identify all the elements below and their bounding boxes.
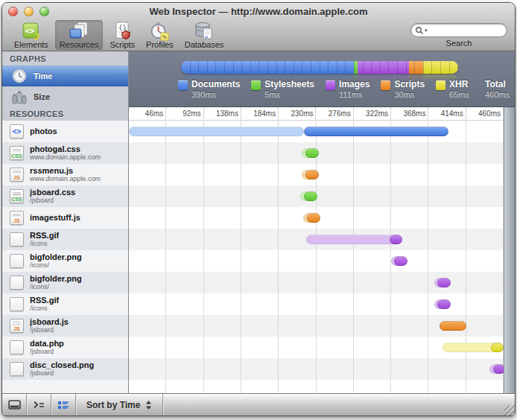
file-icon-blank <box>10 362 24 376</box>
legend-label: Stylesheets5ms <box>264 80 314 99</box>
databases-button[interactable]: Databases <box>180 20 229 50</box>
minimize-button[interactable] <box>24 7 34 16</box>
file-icon-js: JS <box>10 168 24 182</box>
gridline <box>278 121 279 393</box>
resource-item[interactable]: RSS.gif/icons <box>2 229 128 250</box>
ruler-tick: 46ms <box>129 107 166 121</box>
detail-list-button[interactable] <box>51 394 76 416</box>
profiles-icon: % <box>148 22 171 41</box>
resource-item[interactable]: RSS.gif/icons <box>2 293 128 315</box>
close-button[interactable] <box>8 7 18 16</box>
timeline-grid <box>129 121 504 393</box>
ruler-tick: 92ms <box>166 107 203 121</box>
resource-subtitle: www.domain.apple.com <box>30 154 101 161</box>
console-button[interactable] <box>27 394 51 416</box>
ruler-tick: 276ms <box>317 107 354 121</box>
scripts-button[interactable]: {} Scripts <box>105 20 139 50</box>
window-title: Web Inspector — http://www.domain.apple.… <box>2 6 515 17</box>
gridline <box>353 121 354 393</box>
resource-item[interactable]: disc_closed.png/jsboard <box>2 358 128 380</box>
ruler-tick: 230ms <box>279 107 316 121</box>
legend-item-total: Total460ms <box>485 80 510 99</box>
resource-name: RSS.gif <box>30 296 59 305</box>
detail-list-icon <box>57 400 69 410</box>
sidebar-item-time[interactable]: Time <box>2 66 128 86</box>
resource-name: photos <box>30 127 57 136</box>
legend-label: XHR65ms <box>449 80 469 99</box>
resource-list: <>photosCSSphotogal.csswww.domain.apple.… <box>2 121 128 393</box>
gridline <box>241 121 241 393</box>
scripts-icon: {} <box>111 22 133 41</box>
file-icon-js: JS <box>10 211 24 225</box>
legend-item-scripts: Scripts30ms <box>381 80 425 99</box>
elements-button[interactable]: <> Elements <box>10 20 53 50</box>
status-bar: Sort by Time <box>2 393 515 416</box>
legend-value: 390ms <box>191 90 240 100</box>
resource-item[interactable]: <>photos <box>2 121 128 142</box>
legend-swatch <box>436 80 445 90</box>
ruler-tick: 460ms <box>466 107 504 121</box>
ruler-tick: 414ms <box>428 107 466 121</box>
vertical-scrollbar[interactable] <box>504 107 515 393</box>
resize-grip[interactable] <box>504 405 515 416</box>
profiles-button[interactable]: % Profiles <box>142 20 178 50</box>
timeline-bar <box>390 235 402 244</box>
jars-icon <box>12 89 27 104</box>
dock-window-icon <box>8 399 21 410</box>
timeline-bar-latency <box>129 127 304 136</box>
summary-graph: Documents390msStylesheets5msImages111msS… <box>129 51 515 107</box>
file-icon-blank <box>10 340 24 354</box>
resource-subtitle: /icons/ <box>30 284 82 290</box>
resources-button[interactable]: Resources <box>55 20 104 50</box>
legend-swatch <box>326 80 335 90</box>
elements-icon: <> <box>20 22 42 41</box>
ruler-tick: 368ms <box>391 107 428 121</box>
svg-text:{}: {} <box>118 24 127 31</box>
resource-name: RSS.gif <box>30 232 59 241</box>
resource-item[interactable]: CSSjsboard.css/jsboard <box>2 185 128 207</box>
gridline <box>466 121 466 393</box>
sort-popup[interactable]: Sort by Time <box>76 394 163 416</box>
resource-item[interactable]: bigfolder.png/icons/ <box>2 250 128 272</box>
titlebar[interactable]: Web Inspector — http://www.domain.apple.… <box>2 3 515 19</box>
search-input[interactable] <box>428 26 503 35</box>
search-label: Search <box>446 39 472 48</box>
zoom-button[interactable] <box>39 7 49 16</box>
resource-item[interactable]: JSimagestuff.js <box>2 207 128 229</box>
legend-value: 111ms <box>339 90 369 100</box>
gridline <box>316 121 317 393</box>
databases-label: Databases <box>185 40 224 49</box>
timeline-bar <box>304 127 448 136</box>
resource-item[interactable]: bigfolder.png/icons/ <box>2 272 128 293</box>
resource-item[interactable]: JSrssmenu.jswww.domain.apple.com <box>2 164 128 185</box>
timeline-bar-latency <box>306 235 400 244</box>
resource-item[interactable]: CSSphotogal.csswww.domain.apple.com <box>2 142 128 164</box>
file-icon-blank <box>10 232 24 246</box>
resources-header: RESOURCES <box>2 106 128 121</box>
profiles-label: Profiles <box>146 40 174 49</box>
legend-value: 65ms <box>449 90 469 100</box>
databases-icon <box>193 22 215 41</box>
file-icon-html: <> <box>10 124 24 139</box>
legend-swatch <box>178 80 188 90</box>
resource-subtitle: /icons <box>30 241 59 247</box>
ruler-tick: 138ms <box>204 107 241 121</box>
resource-subtitle: /jsboard <box>30 349 64 355</box>
legend-value: 5ms <box>264 90 314 100</box>
resource-item[interactable]: data.php/jsboard <box>2 337 128 358</box>
resource-item[interactable]: JSjsboard.js/jsboard <box>2 315 128 337</box>
dock-side-button[interactable] <box>2 394 27 416</box>
svg-text:<>: <> <box>25 26 35 36</box>
gridline <box>428 121 428 393</box>
timeline-bar <box>305 170 318 179</box>
timeline-bar <box>304 191 317 201</box>
sort-arrows-icon <box>145 400 152 410</box>
sidebar-item-size[interactable]: Size <box>2 86 128 106</box>
resource-name: bigfolder.png <box>30 275 82 284</box>
resource-subtitle: /icons/ <box>30 262 82 269</box>
search-field[interactable]: ▾ <box>410 23 507 37</box>
resource-name: photogal.css <box>30 145 101 154</box>
resource-name: data.php <box>30 340 64 349</box>
timeline-panel: Documents390msStylesheets5msImages111msS… <box>129 51 515 393</box>
resource-subtitle: /icons <box>30 305 59 312</box>
